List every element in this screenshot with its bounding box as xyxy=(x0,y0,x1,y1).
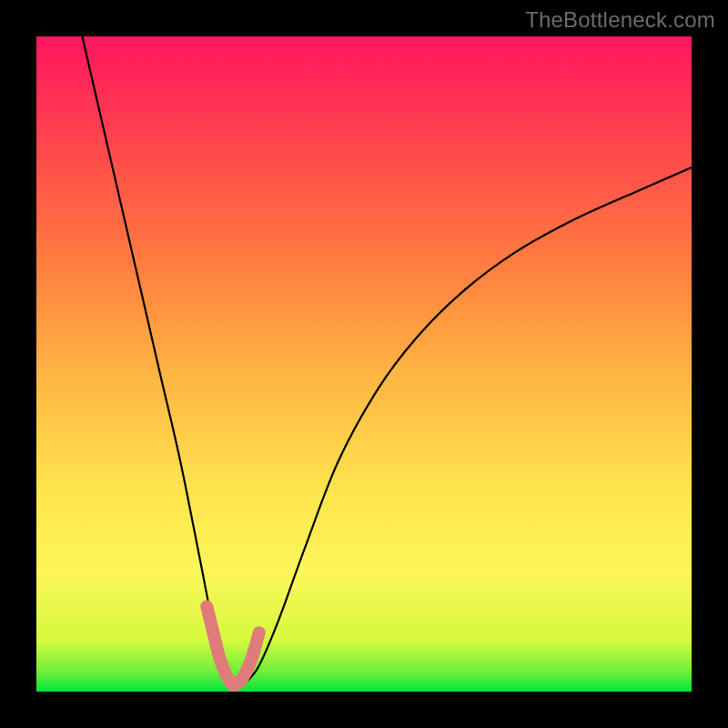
valley-highlight xyxy=(207,606,259,685)
curve-layer xyxy=(36,36,692,692)
watermark-text: TheBottleneck.com xyxy=(525,7,715,33)
plot-area xyxy=(36,36,692,692)
bottleneck-curve xyxy=(82,36,692,686)
chart-frame: TheBottleneck.com xyxy=(0,0,728,728)
